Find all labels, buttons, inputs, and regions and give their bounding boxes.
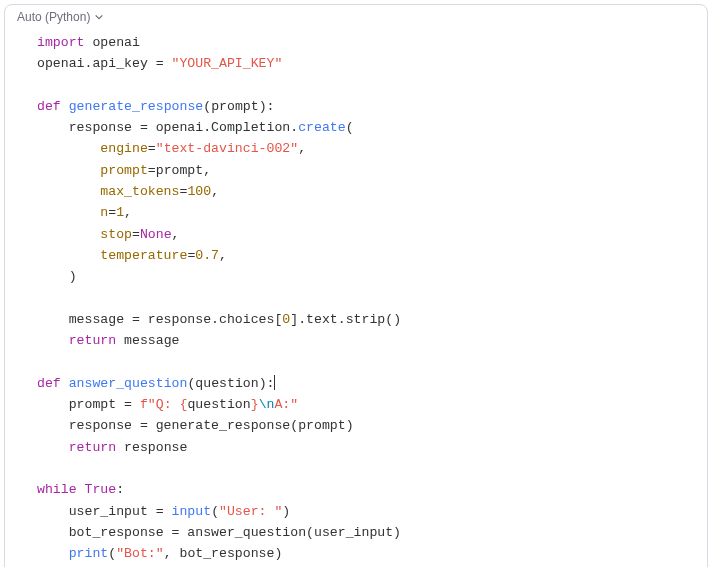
none-literal: None [140,227,172,242]
func-answer-question: answer_question [69,376,188,391]
builtin-input: input [172,504,212,519]
response2-assign: response = generate_response(prompt) [69,418,354,433]
param-stop: stop [100,227,132,242]
code-block-container: Auto (Python) import openai openai.api_k… [4,4,708,567]
keyword-return: return [69,333,116,348]
chevron-down-icon [94,12,104,22]
param-max-tokens: max_tokens [100,184,179,199]
builtin-print: print [69,546,109,561]
method-create: create [298,120,345,135]
fstr-close: } [251,397,259,412]
keyword-def2: def [37,376,61,391]
param-engine: engine [100,141,147,156]
text-cursor [274,375,275,390]
number-temp: 0.7 [195,248,219,263]
fstring-suffix: A:" [274,397,298,412]
fstring-prefix: f"Q: [140,397,180,412]
string-engine: "text-davinci-002" [156,141,298,156]
string-user: "User: " [219,504,282,519]
value-prompt: prompt, [156,163,211,178]
language-label: Auto (Python) [17,10,90,24]
keyword-import: import [37,35,84,50]
true-literal: True [85,482,117,497]
user-input-assign: user_input = [69,504,172,519]
number-100: 100 [187,184,211,199]
fstr-question: question [187,397,250,412]
keyword-def: def [37,99,61,114]
param-question: question [195,376,258,391]
keyword-while: while [37,482,77,497]
param-n: n [100,205,108,220]
param-temperature: temperature [100,248,187,263]
escape-newline: \n [259,397,275,412]
return-message: message [124,333,179,348]
func-generate-response: generate_response [69,99,204,114]
param-prompt-kw: prompt [100,163,147,178]
bot-response-assign: bot_response = answer_question(user_inpu… [69,525,401,540]
language-selector[interactable]: Auto (Python) [5,5,707,26]
module-openai: openai [92,35,139,50]
print-tail: , bot_response) [164,546,283,561]
api-key-assign: openai.api_key = [37,56,172,71]
number-1: 1 [116,205,124,220]
response-assign: response = openai.Completion. [69,120,299,135]
string-bot: "Bot:" [116,546,163,561]
param-prompt: prompt [211,99,258,114]
return-response: response [124,440,187,455]
code-content[interactable]: import openai openai.api_key = "YOUR_API… [5,26,707,567]
message-assign: message = response.choices[ [69,312,283,327]
string-api-key: "YOUR_API_KEY" [172,56,283,71]
message-tail: ].text.strip() [290,312,401,327]
keyword-return2: return [69,440,116,455]
prompt2-assign: prompt = [69,397,140,412]
